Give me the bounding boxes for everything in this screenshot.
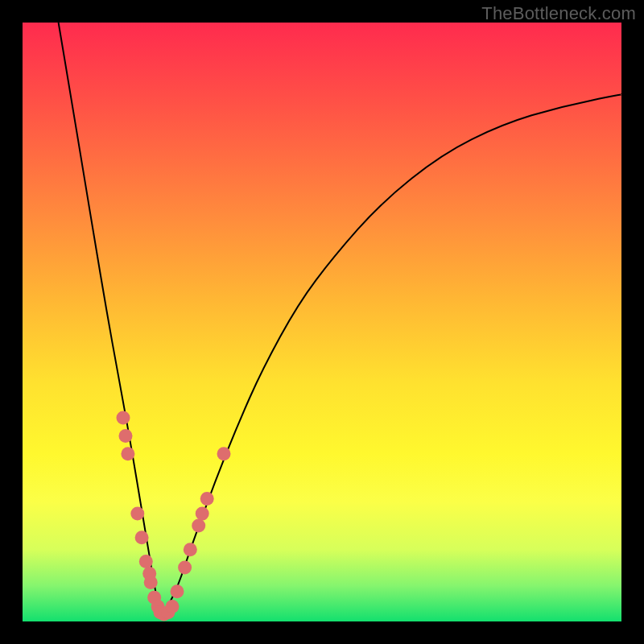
- scatter-dot: [171, 584, 184, 598]
- scatter-dot: [117, 411, 130, 425]
- scatter-group: [117, 411, 231, 621]
- scatter-dot: [196, 507, 209, 521]
- bottleneck-curve: [59, 23, 621, 613]
- scatter-dot: [119, 429, 133, 443]
- scatter-dot: [178, 561, 192, 575]
- scatter-dot: [166, 600, 180, 613]
- chart-svg: [23, 23, 621, 621]
- chart-frame: TheBottleneck.com: [0, 0, 644, 644]
- chart-plot-area: [23, 23, 621, 621]
- scatter-dot: [130, 507, 144, 521]
- scatter-dot: [217, 447, 231, 460]
- scatter-dot: [144, 576, 158, 589]
- scatter-dot: [139, 555, 153, 568]
- watermark-text: TheBottleneck.com: [481, 3, 636, 24]
- scatter-dot: [200, 492, 214, 506]
- scatter-dot: [135, 530, 149, 544]
- scatter-dot: [192, 519, 205, 533]
- scatter-dot: [184, 543, 197, 556]
- scatter-dot: [121, 447, 134, 460]
